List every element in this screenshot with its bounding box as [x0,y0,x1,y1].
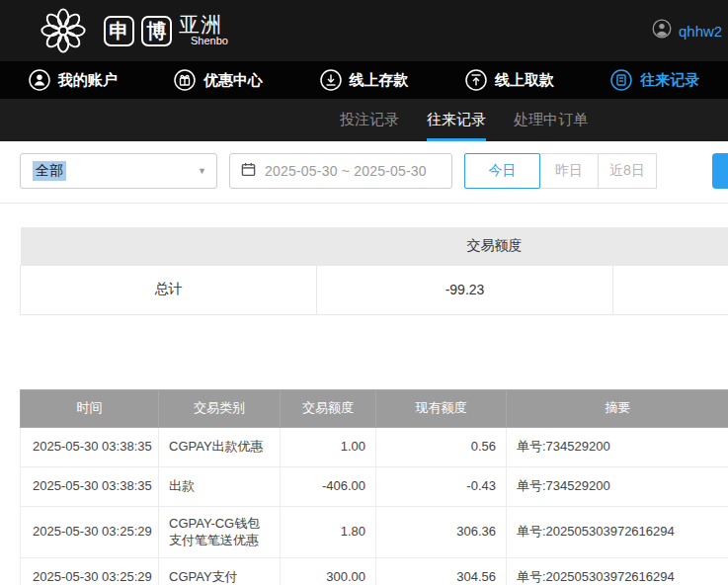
calendar-icon [241,162,256,181]
table-row: 2025-05-30 03:38:35 CGPAY出款优惠 1.00 0.56 … [21,427,728,466]
nav-item-withdraw[interactable]: 线上取款 [437,61,582,99]
cell-time: 2025-05-30 03:25:29 [21,506,159,557]
filter-bar: 全部 ▼ 2025-05-30 ~ 2025-05-30 今日 昨日 近8日 [0,141,728,189]
nav-label: 我的账户 [58,71,118,90]
cell-type: 出款 [159,466,281,506]
search-button[interactable] [712,153,728,189]
cell-type: CGPAY支付 [159,557,281,585]
cell-type: CGPAY-CG钱包支付笔笔送优惠 [159,506,281,557]
user-circle-icon [29,69,50,91]
nav-item-my-account[interactable]: 我的账户 [0,61,145,99]
flower-logo-icon [40,7,87,54]
sub-nav: 投注记录 往来记录 处理中订单 [0,99,728,141]
col-summary: 摘要 [507,389,728,427]
cell-amount: -406.00 [281,466,376,506]
brand-name-cn: 亚洲 [179,14,228,36]
summary-header-row: 交易额度 [21,227,728,265]
last-8-days-button[interactable]: 近8日 [598,153,657,189]
nav-label: 线上取款 [495,71,554,90]
date-range-input[interactable]: 2025-05-30 ~ 2025-05-30 [229,153,452,189]
logo-char-bo: 博 [141,16,172,46]
cell-type: CGPAY出款优惠 [159,427,281,466]
deposit-circle-icon [320,69,342,91]
tab-transaction-records[interactable]: 往来记录 [427,99,486,141]
quick-date-group: 今日 昨日 近8日 [464,153,657,189]
app-header: 申 博 亚洲 Shenbo qhhw2 [0,0,728,61]
brand-text: 亚洲 Shenbo [179,14,228,47]
cell-balance: -0.43 [376,466,507,506]
records-circle-icon [610,69,632,91]
col-amount: 交易额度 [281,389,376,427]
cell-time: 2025-05-30 03:38:35 [21,427,159,466]
summary-total-label: 总计 [21,265,317,314]
nav-item-promotions[interactable]: 优惠中心 [145,61,290,99]
summary-total-value: -99.23 [317,265,613,314]
col-time: 时间 [21,389,159,427]
nav-item-transactions[interactable]: 往来记录 [583,61,728,99]
summary-header-label: 交易额度 [21,227,728,265]
chevron-down-icon: ▼ [198,166,206,176]
date-range-value: 2025-05-30 ~ 2025-05-30 [265,163,427,179]
withdraw-circle-icon [465,69,487,91]
cell-time: 2025-05-30 03:25:29 [21,557,159,585]
username-label: qhhw2 [679,23,722,40]
user-account[interactable]: qhhw2 [652,0,722,61]
nav-label: 线上存款 [350,71,409,90]
today-button[interactable]: 今日 [464,153,540,189]
records-header-row: 时间 交易类别 交易额度 现有额度 摘要 [21,389,728,427]
cell-summary: 单号:734529200 [507,427,728,466]
col-balance: 现有额度 [376,389,507,427]
cell-amount: 300.00 [281,557,376,585]
logo-char-shen: 申 [104,16,134,46]
nav-label: 往来记录 [640,71,699,90]
user-avatar-icon [652,19,672,42]
cell-balance: 304.56 [376,557,507,585]
cell-summary: 单号:202505303972616294 [507,506,728,557]
cell-balance: 306.36 [376,506,507,557]
section-divider [0,203,728,204]
summary-table: 交易额度 总计 -99.23 [20,227,728,315]
table-row: 2025-05-30 03:38:35 出款 -406.00 -0.43 单号:… [21,466,728,506]
records-table: 时间 交易类别 交易额度 现有额度 摘要 2025-05-30 03:38:35… [20,389,728,585]
table-row: 2025-05-30 03:25:29 CGPAY支付 300.00 304.5… [21,557,728,585]
cell-amount: 1.80 [281,506,376,557]
nav-item-deposit[interactable]: 线上存款 [291,61,437,99]
cell-summary: 单号:734529200 [507,466,728,506]
table-row: 2025-05-30 03:25:29 CGPAY-CG钱包支付笔笔送优惠 1.… [21,506,728,557]
cell-amount: 1.00 [281,427,376,466]
col-type: 交易类别 [159,389,281,427]
brand-name-en: Shenbo [179,36,228,47]
gift-circle-icon [174,69,196,91]
tab-processing-orders[interactable]: 处理中订单 [514,99,588,141]
yesterday-button[interactable]: 昨日 [539,153,599,189]
cell-summary: 单号:202505303972616294 [507,557,728,585]
brand-logo: 申 博 亚洲 Shenbo [40,7,228,54]
main-nav: 我的账户 优惠中心 线上存款 [0,61,728,99]
type-select[interactable]: 全部 ▼ [20,153,217,189]
type-select-value: 全部 [33,161,66,181]
summary-empty-cell [613,265,728,314]
cell-time: 2025-05-30 03:38:35 [21,466,159,506]
summary-total-row: 总计 -99.23 [21,265,728,314]
cell-balance: 0.56 [376,427,507,466]
nav-label: 优惠中心 [203,71,263,90]
tab-betting-records[interactable]: 投注记录 [340,99,399,141]
